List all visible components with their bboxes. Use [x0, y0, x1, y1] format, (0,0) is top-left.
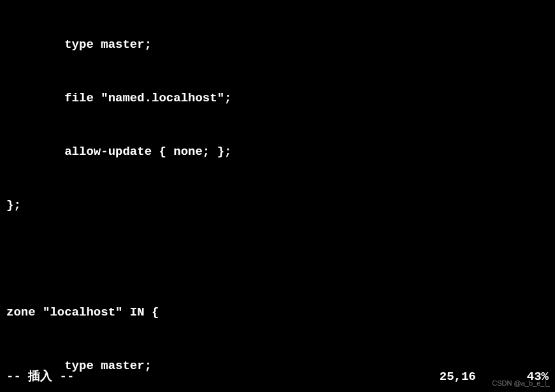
- code-line: zone "localhost" IN {: [6, 303, 555, 321]
- vim-mode-indicator: -- 插入 --: [6, 368, 74, 386]
- code-line: type master;: [6, 36, 555, 54]
- cursor-position: 25,16: [440, 368, 476, 386]
- code-line: [6, 250, 555, 268]
- code-line: allow-update { none; };: [6, 143, 555, 161]
- watermark-text: CSDN @a_b_e_l_: [492, 374, 550, 392]
- terminal-view[interactable]: type master; file "named.localhost"; all…: [0, 0, 555, 392]
- vim-status-bar: -- 插入 -- 25,16 43%: [6, 368, 549, 386]
- editor-buffer[interactable]: type master; file "named.localhost"; all…: [6, 0, 555, 392]
- code-line: };: [6, 196, 555, 214]
- code-line: file "named.localhost";: [6, 89, 555, 107]
